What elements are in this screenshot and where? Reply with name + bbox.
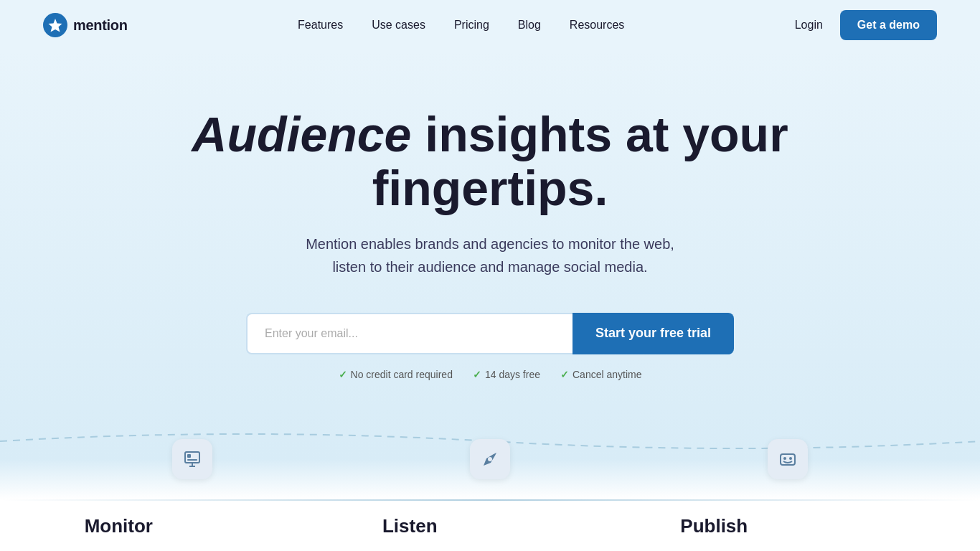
get-demo-button[interactable]: Get a demo (840, 10, 937, 40)
publish-desc: Connect with your audience across social… (680, 549, 895, 551)
check-icon-2: ✓ (473, 369, 481, 380)
feature-icons-row (0, 439, 980, 479)
features-section: Monitor Pin-point important conversation… (0, 499, 980, 551)
nav-right: Login Get a demo (795, 10, 937, 40)
feature-col-monitor: Monitor Pin-point important conversation… (56, 501, 329, 551)
check-icon-3: ✓ (560, 369, 569, 380)
logo-text: mention (73, 17, 128, 34)
feature-col-publish: Publish Connect with your audience acros… (651, 501, 924, 551)
logo-icon (43, 13, 67, 37)
nav-links: Features Use cases Pricing Blog Resource… (298, 19, 624, 32)
start-trial-button[interactable]: Start your free trial (573, 313, 734, 354)
monitor-desc: Pin-point important conversations. Easil… (85, 549, 300, 551)
check-icon-1: ✓ (339, 369, 347, 380)
publish-icon-circle (768, 439, 808, 479)
main-content: Audience insights at your fingertips. Me… (0, 50, 980, 459)
listen-title: Listen (382, 515, 598, 537)
svg-rect-2 (187, 454, 191, 458)
svg-marker-0 (49, 19, 62, 32)
badge-14-days: ✓ 14 days free (473, 369, 540, 380)
login-link[interactable]: Login (795, 19, 823, 32)
badge-cancel: ✓ Cancel anytime (560, 369, 642, 380)
hero-section: Audience insights at your fingertips. Me… (0, 50, 980, 423)
svg-point-7 (488, 457, 492, 461)
listen-desc: Listen and make sense of posts across so… (382, 549, 598, 551)
monitor-title: Monitor (85, 515, 300, 537)
hero-title-italic: Audience (192, 107, 411, 161)
hero-subtitle: Mention enables brands and agencies to m… (306, 232, 674, 278)
hero-title: Audience insights at your fingertips. (167, 108, 813, 215)
publish-title: Publish (680, 515, 895, 537)
svg-point-10 (789, 457, 792, 460)
feature-col-listen: Listen Listen and make sense of posts ac… (354, 501, 626, 551)
logo[interactable]: mention (43, 13, 128, 37)
navbar: mention Features Use cases Pricing Blog … (0, 0, 980, 50)
svg-point-9 (783, 457, 786, 460)
features-grid: Monitor Pin-point important conversation… (0, 501, 980, 551)
nav-item-blog[interactable]: Blog (518, 19, 541, 32)
nav-item-features[interactable]: Features (298, 19, 343, 32)
email-input[interactable] (246, 313, 573, 354)
svg-rect-3 (187, 459, 197, 461)
svg-rect-1 (185, 452, 199, 463)
nav-item-pricing[interactable]: Pricing (454, 19, 489, 32)
features-transition (0, 459, 980, 499)
listen-icon-circle (470, 439, 510, 479)
email-form: Start your free trial (246, 313, 734, 354)
hero-title-rest: insights at your fingertips. (372, 107, 788, 215)
nav-item-resources[interactable]: Resources (570, 19, 624, 32)
form-badges: ✓ No credit card required ✓ 14 days free… (339, 369, 642, 380)
monitor-icon-circle (172, 439, 212, 479)
nav-item-use-cases[interactable]: Use cases (372, 19, 425, 32)
badge-no-credit-card: ✓ No credit card required (339, 369, 453, 380)
